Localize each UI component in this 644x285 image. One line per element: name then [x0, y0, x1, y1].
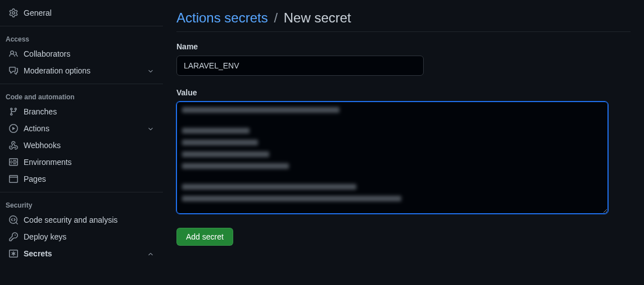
secret-value-textarea[interactable]: [176, 102, 608, 214]
sidebar-item-environments[interactable]: Environments: [3, 154, 160, 171]
sidebar-item-webhooks[interactable]: Webhooks: [3, 137, 160, 154]
main-content: Actions secrets / New secret Name Value …: [163, 0, 644, 285]
breadcrumb-separator: /: [274, 10, 278, 25]
sidebar-item-label: Code security and analysis: [24, 215, 154, 224]
chevron-up-icon: [147, 250, 154, 257]
sidebar-item-moderation[interactable]: Moderation options: [3, 62, 160, 79]
chevron-down-icon: [147, 67, 154, 74]
sidebar-item-pages[interactable]: Pages: [3, 171, 160, 187]
sidebar-item-secrets[interactable]: Secrets: [3, 245, 160, 262]
sidebar-item-label: Pages: [24, 174, 154, 183]
sidebar-item-label: Collaborators: [24, 49, 154, 58]
sidebar-item-label: Branches: [24, 107, 154, 116]
sidebar-item-code-security[interactable]: Code security and analysis: [3, 212, 160, 228]
sidebar-item-label: Actions: [24, 124, 147, 133]
breadcrumb-link-actions-secrets[interactable]: Actions secrets: [176, 10, 268, 25]
git-branch-icon: [9, 107, 18, 116]
sidebar-group-access: Access: [0, 31, 163, 45]
secret-name-input[interactable]: [176, 56, 424, 76]
sidebar-item-collaborators[interactable]: Collaborators: [3, 45, 160, 62]
sidebar-item-actions[interactable]: Actions: [3, 120, 160, 137]
sidebar-item-label: Deploy keys: [24, 232, 154, 241]
sidebar-item-label: Secrets: [24, 249, 147, 258]
play-circle-icon: [9, 124, 18, 133]
add-secret-button[interactable]: Add secret: [176, 228, 233, 246]
gear-icon: [9, 8, 18, 17]
people-icon: [9, 49, 18, 58]
key-icon: [9, 232, 18, 241]
sidebar-group-code: Code and automation: [0, 89, 163, 103]
codescan-icon: [9, 215, 18, 224]
value-field-label: Value: [176, 88, 631, 97]
sidebar-item-label: Moderation options: [24, 66, 147, 75]
comment-discussion-icon: [9, 66, 18, 75]
server-icon: [9, 158, 18, 167]
webhook-icon: [9, 141, 18, 150]
breadcrumb-current: New secret: [284, 10, 351, 25]
sidebar-item-label: Environments: [24, 158, 154, 167]
name-field-label: Name: [176, 42, 631, 51]
settings-sidebar: General Access Collaborators Moderation …: [0, 0, 163, 285]
sidebar-item-deploy-keys[interactable]: Deploy keys: [3, 228, 160, 245]
key-asterisk-icon: [9, 249, 18, 258]
sidebar-item-general[interactable]: General: [3, 4, 160, 21]
browser-icon: [9, 174, 18, 183]
page-heading: Actions secrets / New secret: [176, 10, 631, 32]
chevron-down-icon: [147, 125, 154, 132]
sidebar-item-branches[interactable]: Branches: [3, 103, 160, 120]
sidebar-item-label: Webhooks: [24, 141, 154, 150]
sidebar-item-label: General: [24, 8, 154, 17]
sidebar-group-security: Security: [0, 197, 163, 212]
